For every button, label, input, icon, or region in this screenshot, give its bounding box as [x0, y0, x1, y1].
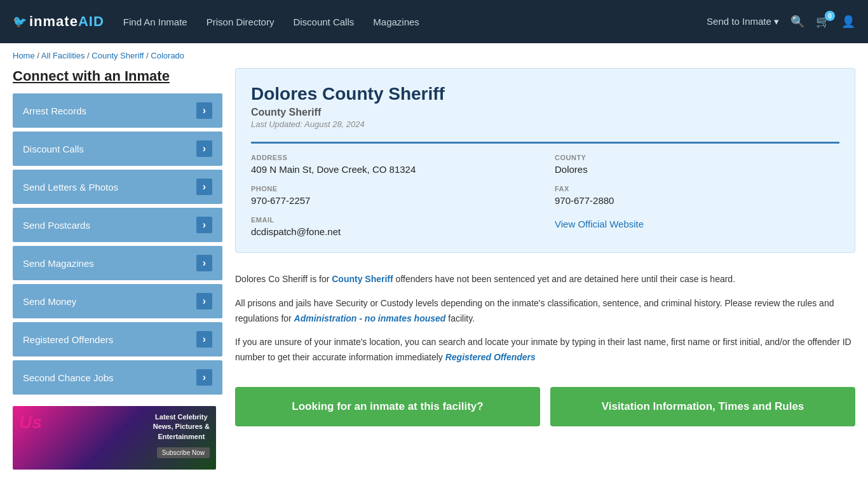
address-label: ADDRESS: [251, 154, 536, 161]
breadcrumb-colorado[interactable]: Colorado: [151, 51, 184, 60]
description-p3: If you are unsure of your inmate's locat…: [235, 335, 855, 365]
chevron-right-icon: ›: [196, 331, 212, 348]
nav-prison-directory[interactable]: Prison Directory: [207, 17, 275, 27]
sidebar-menu: Arrest Records › Discount Calls › Send L…: [13, 93, 222, 395]
breadcrumb: Home / All Facilities / County Sheriff /…: [0, 43, 868, 68]
sidebar-item-send-letters[interactable]: Send Letters & Photos ›: [13, 170, 222, 204]
ad-subscribe-button[interactable]: Subscribe Now: [157, 447, 210, 458]
facility-last-updated: Last Updated: August 28, 2024: [251, 119, 839, 129]
sidebar-item-label: Second Chance Jobs: [23, 372, 114, 383]
county-sheriff-link[interactable]: County Sheriff: [332, 274, 393, 284]
sidebar-item-send-postcards[interactable]: Send Postcards ›: [13, 208, 222, 242]
description-p1: Dolores Co Sheriff is for County Sheriff…: [235, 272, 855, 287]
sidebar-ad[interactable]: Us Latest Celebrity News, Pictures & Ent…: [13, 406, 216, 470]
sidebar-item-send-magazines[interactable]: Send Magazines ›: [13, 246, 222, 280]
ad-text: Latest Celebrity News, Pictures & Entert…: [153, 412, 210, 442]
facility-card: Dolores County Sheriff County Sheriff La…: [235, 68, 855, 253]
view-official-website-link[interactable]: View Official Website: [555, 219, 644, 229]
facility-info-grid: ADDRESS 409 N Main St, Dove Creek, CO 81…: [251, 154, 839, 237]
address-block: ADDRESS 409 N Main St, Dove Creek, CO 81…: [251, 154, 536, 175]
sidebar-item-label: Registered Offenders: [23, 334, 113, 345]
sidebar: Connect with an Inmate Arrest Records › …: [13, 68, 222, 470]
search-icon[interactable]: 🔍: [790, 15, 804, 29]
nav-find-inmate[interactable]: Find An Inmate: [123, 17, 187, 27]
description-p2: All prisons and jails have Security or C…: [235, 296, 855, 327]
breadcrumb-all-facilities[interactable]: All Facilities: [41, 51, 85, 60]
county-label: COUNTY: [555, 154, 839, 161]
sidebar-item-label: Discount Calls: [23, 144, 84, 154]
email-label: EMAIL: [251, 216, 536, 224]
breadcrumb-home[interactable]: Home: [13, 51, 35, 60]
sidebar-item-registered-offenders[interactable]: Registered Offenders ›: [13, 322, 222, 356]
sidebar-item-label: Send Money: [23, 296, 76, 307]
sidebar-heading: Connect with an Inmate: [13, 68, 222, 85]
email-block: EMAIL dcdispatch@fone.net: [251, 216, 536, 237]
chevron-right-icon: ›: [196, 179, 212, 195]
send-to-inmate-button[interactable]: Send to Inmate ▾: [707, 16, 779, 27]
detail-panel: Dolores County Sheriff County Sheriff La…: [235, 68, 855, 470]
sidebar-item-label: Send Postcards: [23, 220, 90, 231]
cart-icon[interactable]: 🛒 0: [816, 15, 830, 29]
logo[interactable]: 🐦 inmateAID: [13, 13, 104, 30]
phone-label: PHONE: [251, 185, 536, 193]
county-value: Dolores: [555, 164, 839, 175]
chevron-right-icon: ›: [196, 293, 212, 309]
chevron-right-icon: ›: [196, 255, 212, 271]
ad-logo: Us: [19, 412, 42, 433]
chevron-right-icon: ›: [196, 217, 212, 233]
nav-links: Find An Inmate Prison Directory Discount…: [123, 17, 688, 27]
main-content: Connect with an Inmate Arrest Records › …: [0, 68, 868, 488]
logo-text: inmateAID: [29, 13, 104, 30]
chevron-right-icon: ›: [196, 369, 212, 386]
sidebar-item-discount-calls[interactable]: Discount Calls ›: [13, 132, 222, 166]
sidebar-item-label: Send Letters & Photos: [23, 182, 118, 193]
action-buttons: Looking for an inmate at this facility? …: [235, 387, 855, 426]
chevron-right-icon: ›: [196, 102, 212, 119]
fax-label: FAX: [555, 185, 839, 193]
fax-value: 970-677-2880: [555, 195, 839, 206]
registered-offenders-link[interactable]: Registered Offenders: [445, 352, 536, 362]
sidebar-item-second-chance-jobs[interactable]: Second Chance Jobs ›: [13, 360, 222, 395]
website-block: View Official Website: [555, 216, 839, 237]
sidebar-item-arrest-records[interactable]: Arrest Records ›: [13, 93, 222, 128]
user-icon[interactable]: 👤: [841, 15, 855, 29]
chevron-right-icon: ›: [196, 140, 212, 157]
logo-bird-icon: 🐦: [13, 15, 27, 29]
email-value: dcdispatch@fone.net: [251, 226, 536, 237]
fax-block: FAX 970-677-2880: [555, 185, 839, 206]
county-block: COUNTY Dolores: [555, 154, 839, 175]
navbar: 🐦 inmateAID Find An Inmate Prison Direct…: [0, 0, 868, 43]
nav-magazines[interactable]: Magazines: [373, 17, 419, 27]
sidebar-item-send-money[interactable]: Send Money ›: [13, 284, 222, 318]
nav-right: Send to Inmate ▾ 🔍 🛒 0 👤: [707, 15, 855, 29]
sidebar-item-label: Send Magazines: [23, 258, 94, 269]
breadcrumb-county-sheriff[interactable]: County Sheriff: [92, 51, 144, 60]
divider: [251, 142, 839, 144]
visitation-information-button[interactable]: Visitation Information, Times and Rules: [550, 387, 855, 426]
website-value: View Official Website: [555, 219, 839, 229]
looking-for-inmate-button[interactable]: Looking for an inmate at this facility?: [235, 387, 540, 426]
administration-link[interactable]: Administration - no inmates housed: [294, 313, 446, 323]
facility-name: Dolores County Sheriff: [251, 84, 839, 104]
phone-value: 970-677-2257: [251, 195, 536, 206]
phone-block: PHONE 970-677-2257: [251, 185, 536, 206]
address-value: 409 N Main St, Dove Creek, CO 81324: [251, 164, 536, 175]
facility-type: County Sheriff: [251, 107, 839, 118]
cart-badge: 0: [825, 11, 835, 21]
sidebar-item-label: Arrest Records: [23, 105, 86, 116]
nav-discount-calls[interactable]: Discount Calls: [293, 17, 354, 27]
facility-description: Dolores Co Sheriff is for County Sheriff…: [235, 266, 855, 381]
